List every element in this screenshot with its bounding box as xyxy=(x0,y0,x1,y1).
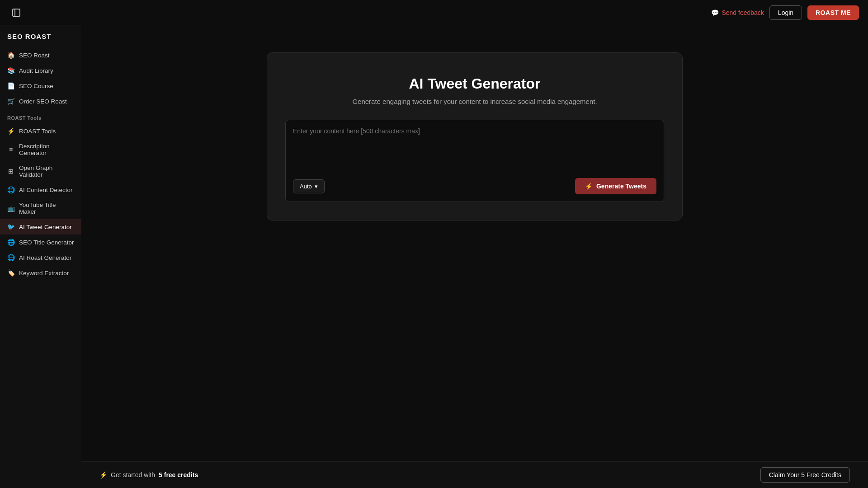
sidebar-item-audit-library[interactable]: 📚 Audit Library xyxy=(0,63,81,78)
sidebar-brand: SEO ROAST xyxy=(0,33,81,47)
sidebar-label-youtube-title-maker: YouTube Title Maker xyxy=(19,202,74,215)
document-icon: 📄 xyxy=(7,82,14,89)
get-started-text: Get started with xyxy=(111,471,155,479)
sidebar-label-ai-roast-generator: AI Roast Generator xyxy=(19,254,71,261)
layout: SEO ROAST 🏠 SEO Roast 📚 Audit Library 📄 … xyxy=(0,25,868,488)
home-icon: 🏠 xyxy=(7,52,14,59)
sidebar-item-ai-content-detector[interactable]: 🌐 AI Content Detector xyxy=(0,182,81,197)
sidebar-label-open-graph-validator: Open Graph Validator xyxy=(19,164,74,178)
tools-section-label: ROAST Tools xyxy=(0,109,81,123)
sidebar-label-audit-library: Audit Library xyxy=(19,67,53,74)
textarea-footer: Auto ▾ ⚡ Generate Tweets xyxy=(293,173,656,194)
book-icon: 📚 xyxy=(7,67,14,74)
sidebar-item-seo-course[interactable]: 📄 SEO Course xyxy=(0,78,81,94)
generate-icon: ⚡ xyxy=(585,183,593,190)
sidebar-label-seo-course: SEO Course xyxy=(19,83,53,89)
generate-label: Generate Tweets xyxy=(596,183,646,190)
sidebar-label-keyword-extractor: Keyword Extractor xyxy=(19,270,69,277)
send-feedback-button[interactable]: 💬 Send feedback xyxy=(711,9,764,16)
sidebar-item-youtube-title-maker[interactable]: 📺 YouTube Title Maker xyxy=(0,197,81,219)
credits-info: ⚡ Get started with 5 free credits xyxy=(99,471,198,479)
sidebar-label-seo-roast: SEO Roast xyxy=(19,52,50,59)
tv-icon: 📺 xyxy=(7,205,14,212)
header: 💬 Send feedback Login ROAST ME xyxy=(0,0,868,25)
sidebar-item-description-generator[interactable]: ≡ Description Generator xyxy=(0,139,81,160)
globe-icon: 🌐 xyxy=(7,186,14,193)
bottom-bar: ⚡ Get started with 5 free credits Claim … xyxy=(81,461,868,488)
tool-card: AI Tweet Generator Generate engaging twe… xyxy=(267,52,683,221)
generate-tweets-button[interactable]: ⚡ Generate Tweets xyxy=(575,178,656,194)
bird-icon: 🐦 xyxy=(7,223,14,230)
header-right: 💬 Send feedback Login ROAST ME xyxy=(711,5,859,20)
lightning-icon: ⚡ xyxy=(7,127,14,135)
login-button[interactable]: Login xyxy=(769,5,802,20)
sidebar-item-ai-roast-generator[interactable]: 🌐 AI Roast Generator xyxy=(0,250,81,265)
sidebar-item-seo-roast[interactable]: 🏠 SEO Roast xyxy=(0,47,81,63)
sidebar-item-seo-title-generator[interactable]: 🌐 SEO Title Generator xyxy=(0,235,81,250)
content-input-wrapper: Auto ▾ ⚡ Generate Tweets xyxy=(285,120,664,202)
tag-icon: 🏷️ xyxy=(7,269,14,277)
globe3-icon: 🌐 xyxy=(7,254,14,261)
sidebar-label-description-generator: Description Generator xyxy=(19,143,74,156)
svg-rect-0 xyxy=(13,9,20,16)
roast-me-button[interactable]: ROAST ME xyxy=(807,5,859,20)
grid-icon: ⊞ xyxy=(7,168,14,175)
tool-subtitle: Generate engaging tweets for your conten… xyxy=(352,98,597,105)
auto-label: Auto xyxy=(300,183,312,190)
sidebar-label-ai-tweet-generator: AI Tweet Generator xyxy=(19,224,72,230)
tool-title: AI Tweet Generator xyxy=(409,75,540,92)
list-icon: ≡ xyxy=(7,146,14,153)
sidebar-item-ai-tweet-generator[interactable]: 🐦 AI Tweet Generator xyxy=(0,219,81,235)
send-feedback-label: Send feedback xyxy=(722,9,764,16)
globe2-icon: 🌐 xyxy=(7,239,14,246)
sidebar-toggle-button[interactable] xyxy=(9,5,24,20)
credits-emoji: ⚡ xyxy=(99,471,107,479)
comment-icon: 💬 xyxy=(711,9,719,16)
sidebar-item-keyword-extractor[interactable]: 🏷️ Keyword Extractor xyxy=(0,265,81,281)
claim-credits-button[interactable]: Claim Your 5 Free Credits xyxy=(760,467,850,483)
main-content: AI Tweet Generator Generate engaging twe… xyxy=(81,25,868,488)
auto-select-button[interactable]: Auto ▾ xyxy=(293,179,325,193)
sidebar-item-roast-tools[interactable]: ⚡ ROAST Tools xyxy=(0,123,81,139)
credits-bold: 5 free credits xyxy=(159,471,198,479)
center-panel: AI Tweet Generator Generate engaging twe… xyxy=(81,25,868,461)
chevron-down-icon: ▾ xyxy=(315,183,318,190)
cart-icon: 🛒 xyxy=(7,98,14,105)
sidebar-label-ai-content-detector: AI Content Detector xyxy=(19,187,73,193)
content-textarea[interactable] xyxy=(293,127,656,164)
header-left xyxy=(9,5,24,20)
sidebar-label-seo-title-generator: SEO Title Generator xyxy=(19,239,74,246)
sidebar-item-order-seo-roast[interactable]: 🛒 Order SEO Roast xyxy=(0,94,81,109)
sidebar: SEO ROAST 🏠 SEO Roast 📚 Audit Library 📄 … xyxy=(0,25,81,488)
sidebar-label-roast-tools: ROAST Tools xyxy=(19,128,56,135)
sidebar-label-order-seo-roast: Order SEO Roast xyxy=(19,98,67,105)
sidebar-item-open-graph-validator[interactable]: ⊞ Open Graph Validator xyxy=(0,160,81,182)
